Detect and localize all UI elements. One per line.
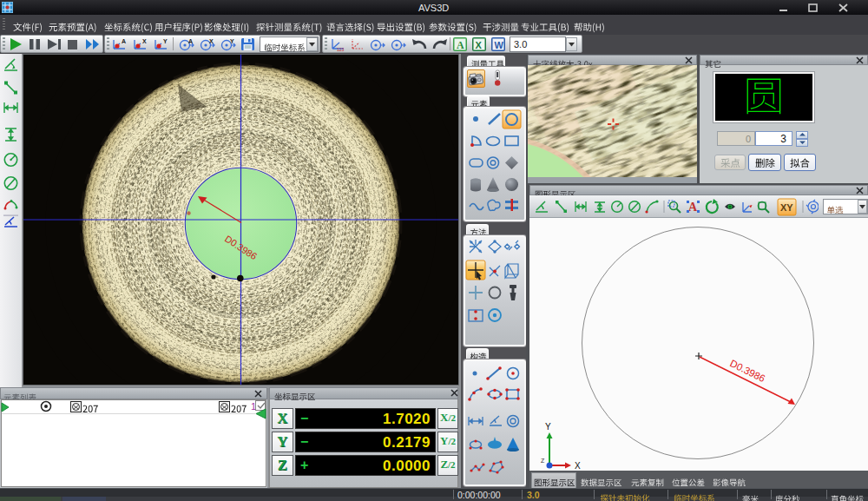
svg-text:Z: Z [541,458,545,464]
svg-text:X: X [209,38,214,44]
svg-text:X: X [575,461,581,471]
svg-text:Y: Y [545,422,551,432]
svg-text:A: A [188,38,193,44]
svg-text:A: A [457,39,464,51]
svg-text:X: X [476,40,483,50]
svg-text:A: A [688,201,698,214]
svg-text:XY: XY [780,202,793,213]
svg-text:X: X [142,38,147,44]
svg-text:W: W [495,40,504,50]
svg-text:Y: Y [163,38,168,44]
svg-text:123: 123 [337,47,345,52]
svg-text:Y: Y [230,38,234,44]
svg-text:A: A [122,38,126,44]
